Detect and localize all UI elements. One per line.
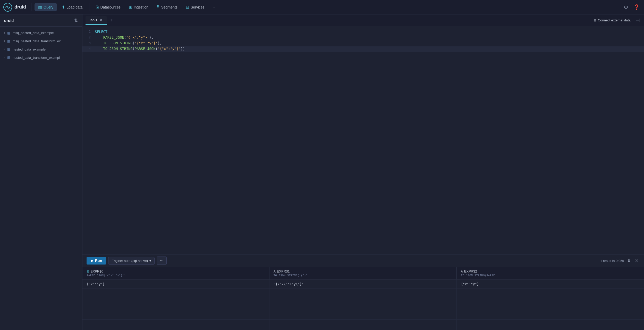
empty-cell: [82, 299, 269, 309]
line-content-2: PARSE_JSON('{"x":"y"}'),: [95, 35, 644, 39]
query-toolbar: ▶ Run Engine: auto (sql-native) ▾ ··· 1 …: [82, 254, 644, 267]
results-table-head: ⊞ EXPR$0 PARSE_JSON('{"x":"y"}') A EXPR$: [82, 267, 644, 279]
content-area: Tab 1 ✕ + ⊞ Connect external data ⊣ 1 SE…: [82, 14, 644, 330]
empty-cell: [456, 309, 644, 320]
toolbar-right: 1 result in 0.05s ⬇ ✕: [600, 257, 640, 265]
empty-cell: [82, 320, 269, 330]
connect-label: Connect external data: [598, 18, 631, 22]
sidebar-item-list: › ▦ msq_nested_data_example › ▦ msq_nest…: [0, 27, 82, 330]
code-editor[interactable]: 1 SELECT 2 PARSE_JSON('{"x":"y"}'), 3 TO…: [82, 26, 644, 254]
empty-cell: [82, 289, 269, 299]
close-results-button[interactable]: ✕: [634, 257, 640, 265]
tabs-bar-right: ⊞ Connect external data ⊣: [591, 16, 641, 24]
col-type-icon-a1: A: [274, 270, 276, 273]
nav-divider: [31, 3, 31, 11]
connect-external-data-button[interactable]: ⊞ Connect external data: [591, 17, 633, 23]
cell-0-2: {"x":"y"}: [456, 279, 644, 289]
sidebar-collapse-icon[interactable]: ⇅: [74, 18, 78, 23]
engine-selector[interactable]: Engine: auto (sql-native) ▾: [108, 257, 155, 265]
line-content-4: TO_JSON_STRING(PARSE_JSON('{"x":"y"}')): [95, 47, 644, 51]
sidebar-title: druid: [4, 18, 14, 23]
nav-right-actions: ⚙ ❓: [623, 3, 641, 11]
col-type-icon-grid: ⊞: [87, 270, 89, 273]
tab-1-close-icon[interactable]: ✕: [99, 18, 103, 22]
top-navigation: druid ▦ Query ⬆ Load data ⎘ Datasources …: [0, 0, 644, 14]
nav-ingestion[interactable]: ⊞ Ingestion: [125, 3, 152, 11]
tabs-bar: Tab 1 ✕ + ⊞ Connect external data ⊣: [82, 14, 644, 26]
col-header-expr2: A EXPR$2 TO_JSON_STRING(PARSE...: [456, 267, 644, 279]
segments-icon: ⠿: [157, 5, 160, 10]
add-tab-button[interactable]: +: [108, 16, 115, 24]
editor-line-2: 2 PARSE_JSON('{"x":"y"}'),: [82, 35, 644, 41]
load-data-icon: ⬆: [62, 5, 65, 10]
logo[interactable]: druid: [3, 3, 26, 12]
tab-1-label: Tab 1: [89, 18, 97, 22]
col-header-expr1: A EXPR$1 TO_JSON_STRING('{"x"...: [269, 267, 456, 279]
empty-cell: [456, 320, 644, 330]
editor-line-list: 1 SELECT 2 PARSE_JSON('{"x":"y"}'), 3 TO…: [82, 29, 644, 52]
download-button[interactable]: ⬇: [626, 257, 632, 265]
tab-1[interactable]: Tab 1 ✕: [86, 16, 107, 25]
line-content-1: SELECT: [95, 30, 644, 34]
results-table: ⊞ EXPR$0 PARSE_JSON('{"x":"y"}') A EXPR$: [82, 267, 644, 330]
ingestion-icon: ⊞: [129, 5, 132, 10]
nav-segments[interactable]: ⠿ Segments: [153, 3, 181, 11]
col-name-expr0: EXPR$0: [90, 269, 103, 273]
empty-cell: [269, 320, 456, 330]
sidebar-toggle-icon[interactable]: ⊣: [635, 16, 641, 24]
nav-datasources[interactable]: ⎘ Datasources: [92, 3, 124, 11]
more-options-button[interactable]: ···: [157, 257, 167, 265]
table-icon: ▦: [7, 39, 11, 43]
sidebar-item-msq-nested-data-transform[interactable]: › ▦ msq_nested_data_transform_ex: [0, 37, 82, 45]
engine-label: Engine: auto (sql-native): [112, 259, 148, 263]
line-number-2: 2: [82, 35, 95, 39]
col-expr-expr1: TO_JSON_STRING('{"x"...: [274, 274, 452, 277]
item-label: msq_nested_data_transform_ex: [13, 39, 78, 43]
help-button[interactable]: ❓: [632, 3, 641, 11]
empty-cell: [456, 289, 644, 299]
col-name-expr2: EXPR$2: [464, 269, 477, 273]
sidebar-header: druid ⇅: [0, 14, 82, 27]
nav-services[interactable]: ⊟ Services: [182, 3, 208, 11]
table-icon: ▦: [7, 31, 11, 35]
cell-0-1: "{\"x\":\"y\"}": [269, 279, 456, 289]
col-type-icon-a2: A: [461, 270, 463, 273]
empty-row-3: [82, 309, 644, 320]
nav-more[interactable]: ···: [209, 4, 219, 11]
item-label: nested_data_transform_exampl: [13, 56, 78, 60]
editor-line-4: 4 TO_JSON_STRING(PARSE_JSON('{"x":"y"}')…: [82, 46, 644, 52]
results-table-body: {"x":"y"} "{\"x\":\"y\"}" {"x":"y"}: [82, 279, 644, 330]
col-expr-expr0: PARSE_JSON('{"x":"y"}'): [87, 274, 265, 277]
nav-load-data[interactable]: ⬆ Load data: [58, 3, 86, 11]
logo-text: druid: [14, 4, 26, 10]
settings-button[interactable]: ⚙: [623, 3, 629, 11]
empty-row-4: [82, 320, 644, 330]
query-icon: ▦: [38, 5, 42, 10]
run-button[interactable]: ▶ Run: [87, 257, 106, 265]
connect-icon: ⊞: [594, 18, 596, 22]
cell-0-0: {"x":"y"}: [82, 279, 269, 289]
empty-cell: [269, 309, 456, 320]
table-icon: ▦: [7, 55, 11, 60]
result-info: 1 result in 0.05s: [600, 259, 624, 263]
results-area: ⊞ EXPR$0 PARSE_JSON('{"x":"y"}') A EXPR$: [82, 267, 644, 330]
item-label: nested_data_example: [13, 47, 78, 51]
table-icon: ▦: [7, 47, 11, 51]
sidebar-item-nested-data-transform[interactable]: › ▦ nested_data_transform_exampl: [0, 53, 82, 62]
editor-line-3: 3 TO_JSON_STRING('{"x":"y"}'),: [82, 41, 644, 46]
editor-line-1: 1 SELECT: [82, 29, 644, 35]
line-number-4: 4: [82, 47, 95, 51]
empty-cell: [456, 299, 644, 309]
table-row: {"x":"y"} "{\"x\":\"y\"}" {"x":"y"}: [82, 279, 644, 289]
sidebar-item-msq-nested-data-example[interactable]: › ▦ msq_nested_data_example: [0, 29, 82, 37]
col-name-expr1: EXPR$1: [277, 269, 290, 273]
chevron-right-icon: ›: [4, 56, 5, 59]
empty-row-1: [82, 289, 644, 299]
empty-cell: [82, 309, 269, 320]
sidebar: druid ⇅ › ▦ msq_nested_data_example › ▦ …: [0, 14, 82, 330]
nav-query[interactable]: ▦ Query: [35, 3, 57, 11]
empty-cell: [269, 289, 456, 299]
line-number-3: 3: [82, 41, 95, 45]
chevron-down-icon: ▾: [149, 259, 151, 263]
sidebar-item-nested-data-example[interactable]: › ▦ nested_data_example: [0, 45, 82, 53]
